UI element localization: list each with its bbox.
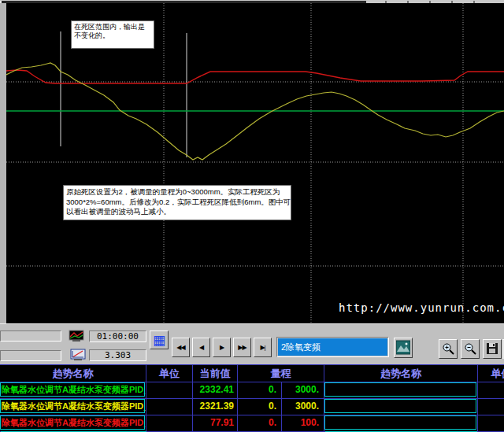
current-value-cell: 2321.39 bbox=[193, 399, 238, 415]
zoom-in-button[interactable] bbox=[439, 339, 458, 359]
current-value-cell: 2332.41 bbox=[193, 382, 238, 399]
table-row[interactable]: 除氧器水位调节A凝结水泵变频器PID_AV 77.91 0. 100. bbox=[0, 415, 504, 432]
range-high-cell: 100. bbox=[282, 415, 324, 432]
trend-name-2-cell[interactable] bbox=[324, 399, 478, 415]
table-header-row: 趋势名称 单位 当前值 量程 趋势名称 单位 bbox=[0, 364, 504, 382]
zoom-in-icon bbox=[441, 342, 455, 356]
selection-outline bbox=[324, 382, 476, 397]
trend-chart-icon bbox=[69, 330, 84, 343]
save-button[interactable] bbox=[483, 339, 502, 359]
calendar-button[interactable]: ▦ bbox=[150, 330, 169, 349]
trend-name-2-cell[interactable] bbox=[324, 382, 478, 399]
status-panel-2 bbox=[0, 350, 61, 361]
unit-cell bbox=[146, 399, 193, 415]
trend-plot-area[interactable]: 在死区范围内，输出是不变化的。 原始死区设置为2，被调量的量程为0~3000mm… bbox=[6, 3, 504, 323]
unit-2-cell bbox=[478, 399, 504, 415]
table-row[interactable]: 除氧器水位调节A凝结水泵变频器PID_PV 2321.39 0. 3000. bbox=[0, 399, 504, 415]
unit-2-cell bbox=[478, 382, 504, 399]
zoom-out-button[interactable] bbox=[461, 339, 480, 359]
to-end-button[interactable]: ▶| bbox=[254, 338, 272, 357]
step-back-button[interactable]: ◀ bbox=[192, 338, 210, 357]
range-low-cell: 0. bbox=[238, 382, 282, 399]
trend-name-2-cell[interactable] bbox=[324, 415, 478, 432]
plot-left-margin bbox=[0, 3, 6, 323]
range-high-cell: 3000. bbox=[282, 399, 324, 415]
step-forward-button[interactable]: ▶ bbox=[213, 338, 231, 357]
range-low-cell: 0. bbox=[238, 399, 282, 415]
selection-outline bbox=[0, 415, 145, 430]
deadband-detail-box: 原始死区设置为2，被调量的量程为0~3000mm。实际工程死区为 3000*2%… bbox=[63, 185, 291, 220]
header-trend-name-2: 趋势名称 bbox=[324, 365, 478, 382]
grid-lines bbox=[6, 3, 504, 323]
deadband-note-box: 在死区范围内，输出是不变化的。 bbox=[71, 20, 154, 49]
xy-chart-icon bbox=[70, 349, 86, 362]
image-icon bbox=[396, 340, 410, 355]
trend-name-cell[interactable]: 除氧器水位调节A凝结水泵变频器PID_SP bbox=[0, 382, 146, 399]
cursor-value-field[interactable]: 3.303 bbox=[89, 349, 146, 361]
fast-forward-button[interactable]: ▶▶ bbox=[233, 338, 251, 357]
status-panel-1 bbox=[0, 330, 61, 342]
unit-cell bbox=[146, 382, 193, 399]
trend-name-cell[interactable]: 除氧器水位调节A凝结水泵变频器PID_PV bbox=[0, 399, 146, 415]
header-unit-2: 单位 bbox=[478, 365, 504, 382]
trend-name-cell[interactable]: 除氧器水位调节A凝结水泵变频器PID_AV bbox=[0, 415, 146, 432]
selection-outline bbox=[0, 399, 145, 413]
unit-cell bbox=[146, 415, 193, 432]
selection-outline bbox=[0, 382, 145, 397]
range-high-cell: 3000. bbox=[282, 382, 324, 399]
red-av-curve bbox=[6, 70, 504, 83]
header-current-value: 当前值 bbox=[193, 365, 238, 382]
unit-2-cell bbox=[478, 415, 504, 432]
trend-viewer-window: 在死区范围内，输出是不变化的。 原始死区设置为2，被调量的量程为0~3000mm… bbox=[0, 0, 504, 432]
trend-chart bbox=[6, 3, 504, 323]
trend-group-selected-item[interactable]: 2除氧变频 bbox=[278, 338, 387, 356]
header-trend-name: 趋势名称 bbox=[0, 365, 146, 382]
range-low-cell: 0. bbox=[238, 415, 282, 432]
rewind-button[interactable]: ◀◀ bbox=[172, 338, 190, 357]
snapshot-button[interactable] bbox=[394, 338, 413, 358]
header-range: 量程 bbox=[238, 365, 324, 382]
header-unit: 单位 bbox=[146, 365, 193, 382]
selection-outline bbox=[324, 415, 476, 430]
trend-group-select[interactable]: 2除氧变频 bbox=[276, 337, 389, 357]
trend-table: 趋势名称 单位 当前值 量程 趋势名称 单位 除氧器水位调节A凝结水泵变频器PI… bbox=[0, 364, 504, 432]
toolbar: 01:00:00 3.303 ▦ ◀◀ ◀ ▶ ▶▶ ▶| 2除氧变频 bbox=[0, 323, 504, 364]
selection-outline bbox=[324, 399, 476, 413]
watermark-url: http://www.yunrun.com.cn bbox=[339, 301, 504, 314]
current-value-cell: 77.91 bbox=[193, 415, 238, 432]
time-span-field[interactable]: 01:00:00 bbox=[89, 330, 146, 342]
save-icon bbox=[485, 342, 499, 356]
zoom-out-icon bbox=[463, 342, 477, 356]
table-row[interactable]: 除氧器水位调节A凝结水泵变频器PID_SP 2332.41 0. 3000. bbox=[0, 382, 504, 399]
